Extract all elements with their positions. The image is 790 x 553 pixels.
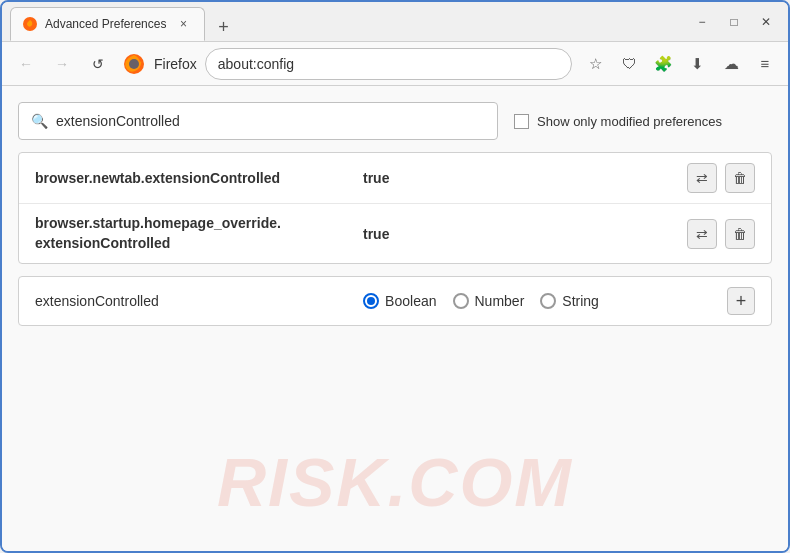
boolean-radio-circle bbox=[363, 293, 379, 309]
modified-filter-label: Show only modified preferences bbox=[537, 114, 722, 129]
window-controls: − □ ✕ bbox=[688, 8, 780, 36]
modified-filter-row: Show only modified preferences bbox=[514, 114, 722, 129]
watermark: RISK.COM bbox=[217, 443, 573, 521]
new-tab-button[interactable]: + bbox=[209, 13, 237, 41]
boolean-radio-option[interactable]: Boolean bbox=[363, 293, 436, 309]
tab-title: Advanced Preferences bbox=[45, 17, 166, 31]
pref-name-1: browser.newtab.extensionControlled bbox=[35, 170, 355, 186]
tabs-area: Advanced Preferences × + bbox=[10, 2, 680, 41]
new-pref-name: extensionControlled bbox=[35, 293, 235, 309]
modified-filter-checkbox[interactable] bbox=[514, 114, 529, 129]
string-radio-circle bbox=[540, 293, 556, 309]
reload-button[interactable]: ↺ bbox=[82, 48, 114, 80]
address-text: about:config bbox=[218, 56, 294, 72]
bookmark-icon[interactable]: ☆ bbox=[580, 49, 610, 79]
row-1-actions: ⇄ 🗑 bbox=[687, 163, 755, 193]
pref-name-2: browser.startup.homepage_override. exten… bbox=[35, 214, 355, 253]
tab-favicon bbox=[23, 17, 37, 31]
search-box: 🔍 bbox=[18, 102, 498, 140]
search-row: 🔍 Show only modified preferences bbox=[18, 102, 772, 140]
number-radio-circle bbox=[453, 293, 469, 309]
account-icon[interactable]: ☁ bbox=[716, 49, 746, 79]
row-2-actions: ⇄ 🗑 bbox=[687, 219, 755, 249]
type-radio-group: Boolean Number String bbox=[251, 293, 711, 309]
menu-icon[interactable]: ≡ bbox=[750, 49, 780, 79]
toggle-button-1[interactable]: ⇄ bbox=[687, 163, 717, 193]
delete-button-1[interactable]: 🗑 bbox=[725, 163, 755, 193]
firefox-logo-icon bbox=[122, 52, 146, 76]
content-area: RISK.COM 🔍 Show only modified preference… bbox=[2, 86, 788, 551]
svg-point-2 bbox=[129, 59, 139, 69]
extension-icon[interactable]: 🧩 bbox=[648, 49, 678, 79]
pref-value-2: true bbox=[363, 226, 389, 242]
number-radio-option[interactable]: Number bbox=[453, 293, 525, 309]
number-radio-label: Number bbox=[475, 293, 525, 309]
search-icon: 🔍 bbox=[31, 113, 48, 129]
nav-icons-area: ☆ 🛡 🧩 ⬇ ☁ ≡ bbox=[580, 49, 780, 79]
title-bar: Advanced Preferences × + − □ ✕ bbox=[2, 2, 788, 42]
table-row: browser.startup.homepage_override. exten… bbox=[19, 204, 771, 263]
search-input[interactable] bbox=[56, 113, 485, 129]
delete-button-2[interactable]: 🗑 bbox=[725, 219, 755, 249]
string-radio-label: String bbox=[562, 293, 599, 309]
string-radio-option[interactable]: String bbox=[540, 293, 599, 309]
pref-value-1: true bbox=[363, 170, 389, 186]
add-preference-button[interactable]: + bbox=[727, 287, 755, 315]
browser-window: Advanced Preferences × + − □ ✕ ← → ↺ Fir… bbox=[0, 0, 790, 553]
browser-name-label: Firefox bbox=[154, 56, 197, 72]
shield-icon[interactable]: 🛡 bbox=[614, 49, 644, 79]
maximize-button[interactable]: □ bbox=[720, 8, 748, 36]
nav-bar: ← → ↺ Firefox about:config ☆ 🛡 🧩 ⬇ ☁ ≡ bbox=[2, 42, 788, 86]
boolean-radio-label: Boolean bbox=[385, 293, 436, 309]
toggle-button-2[interactable]: ⇄ bbox=[687, 219, 717, 249]
address-bar[interactable]: about:config bbox=[205, 48, 572, 80]
forward-button[interactable]: → bbox=[46, 48, 78, 80]
tab-close-button[interactable]: × bbox=[174, 15, 192, 33]
close-button[interactable]: ✕ bbox=[752, 8, 780, 36]
table-row: browser.newtab.extensionControlled true … bbox=[19, 153, 771, 204]
minimize-button[interactable]: − bbox=[688, 8, 716, 36]
download-icon[interactable]: ⬇ bbox=[682, 49, 712, 79]
back-button[interactable]: ← bbox=[10, 48, 42, 80]
add-preference-row: extensionControlled Boolean Number Strin… bbox=[18, 276, 772, 326]
active-tab[interactable]: Advanced Preferences × bbox=[10, 7, 205, 41]
results-table: browser.newtab.extensionControlled true … bbox=[18, 152, 772, 264]
